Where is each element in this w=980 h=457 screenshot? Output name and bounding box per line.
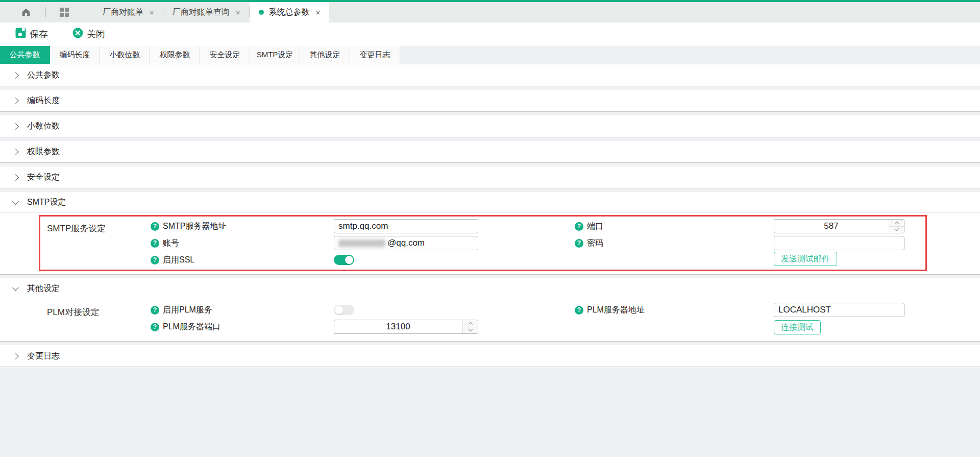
plm-enable-label: ? 启用PLM服务: [151, 303, 212, 317]
smtp-password-input[interactable]: [774, 236, 904, 250]
tab-common-params[interactable]: 公共参数: [0, 46, 50, 64]
chevron-down-icon: [12, 198, 19, 205]
spinner-down-button[interactable]: [463, 327, 478, 334]
close-tab-icon[interactable]: ×: [150, 9, 154, 16]
save-button[interactable]: 保存: [15, 28, 48, 41]
close-label: 关闭: [87, 28, 105, 40]
smtp-password-label: ? 密码: [575, 236, 603, 250]
smtp-server-input[interactable]: [334, 219, 478, 233]
smtp-ssl-label: ? 启用SSL: [151, 253, 194, 267]
help-icon[interactable]: ?: [151, 256, 159, 264]
tab-change-log[interactable]: 变更日志: [350, 46, 400, 64]
plm-port-label: ? PLM服务器端口: [151, 320, 220, 334]
plm-enable-toggle[interactable]: [334, 305, 354, 315]
tab-decimal-places[interactable]: 小数位数: [100, 46, 150, 64]
chevron-right-icon: [12, 98, 19, 104]
app-window: 厂商对账单 × 厂商对账单查询 × 系统总参数 ×: [0, 0, 980, 457]
smtp-port-input[interactable]: [774, 220, 888, 233]
spinner-up-button[interactable]: [463, 320, 478, 327]
smtp-server-label: ? SMTP服务器地址: [151, 219, 226, 233]
home-icon[interactable]: [20, 7, 32, 18]
chevron-up-icon: [468, 322, 472, 326]
tab-permission-params[interactable]: 权限参数: [150, 46, 200, 64]
section-header-common-params[interactable]: 公共参数: [0, 64, 980, 86]
section-header-code-length[interactable]: 编码长度: [0, 90, 980, 112]
titlebar-divider: [45, 7, 46, 17]
window-tabs: 厂商对账单 × 厂商对账单查询 × 系统总参数 ×: [93, 2, 329, 22]
spinner-up-button[interactable]: [889, 220, 904, 227]
smtp-port-label: ? 端口: [575, 219, 603, 233]
chevron-right-icon: [12, 353, 19, 359]
smtp-group-label: SMTP服务设定: [47, 221, 106, 235]
tab-code-length[interactable]: 编码长度: [50, 46, 100, 64]
chevron-right-icon: [12, 174, 19, 181]
chevron-up-icon: [894, 222, 898, 226]
section-header-security-settings[interactable]: 安全设定: [0, 166, 980, 188]
window-tab-statement-query[interactable]: 厂商对账单查询 ×: [163, 2, 250, 22]
plm-panel: PLM对接设定 ? 启用PLM服务 ? PLM服务器地址 ? PLM服务器端口: [0, 299, 980, 342]
save-icon: [15, 28, 26, 41]
window-tab-label: 厂商对账单: [103, 7, 143, 18]
plm-address-input[interactable]: [774, 303, 904, 317]
plm-port-stepper: [334, 320, 478, 334]
section-header-permission-params[interactable]: 权限参数: [0, 141, 980, 163]
window-tab-system-params[interactable]: 系统总参数 ×: [250, 2, 330, 22]
help-icon[interactable]: ?: [575, 239, 583, 248]
tab-security-settings[interactable]: 安全设定: [200, 46, 250, 64]
smtp-panel: SMTP服务设定 ? SMTP服务器地址 ? 端口 ? 账号: [0, 213, 980, 275]
apps-grid-icon[interactable]: [60, 8, 69, 17]
chevron-down-icon: [12, 284, 19, 291]
close-tab-icon[interactable]: ×: [236, 9, 240, 16]
section-header-smtp-settings[interactable]: SMTP设定: [0, 192, 980, 213]
save-label: 保存: [30, 28, 48, 40]
help-icon[interactable]: ?: [151, 239, 159, 248]
section-header-other-settings[interactable]: 其他设定: [0, 278, 980, 299]
window-tab-label: 厂商对账单查询: [173, 7, 230, 18]
smtp-account-label: ? 账号: [151, 236, 179, 250]
toolbar: 保存 关闭: [0, 22, 980, 46]
help-icon[interactable]: ?: [575, 306, 583, 315]
window-tab-label: 系统总参数: [269, 7, 310, 18]
chevron-down-icon: [468, 327, 472, 331]
section-header-decimal-places[interactable]: 小数位数: [0, 115, 980, 137]
chevron-down-icon: [894, 227, 898, 231]
send-test-mail-button[interactable]: 发送测试邮件: [774, 252, 837, 266]
help-icon[interactable]: ?: [151, 222, 159, 231]
ssl-toggle[interactable]: [334, 255, 354, 265]
redacted-account-prefix: [338, 239, 385, 247]
tab-smtp-settings[interactable]: SMTP设定: [250, 46, 300, 64]
connection-test-button[interactable]: 连接测试: [774, 320, 821, 334]
settings-body: 公共参数 编码长度 小数位数 权限参数 安全设定 SMTP设定: [0, 64, 980, 367]
plm-port-input[interactable]: [334, 320, 462, 333]
spinner-down-button[interactable]: [889, 227, 904, 233]
smtp-port-stepper: [774, 219, 904, 233]
plm-group-label: PLM对接设定: [47, 305, 100, 319]
chevron-right-icon: [12, 149, 19, 155]
close-circle-icon: [72, 28, 83, 41]
empty-background: [0, 367, 980, 457]
parameter-tab-strip: 公共参数 编码长度 小数位数 权限参数 安全设定 SMTP设定 其他设定 变更日…: [0, 46, 980, 64]
help-icon[interactable]: ?: [575, 222, 583, 231]
active-tab-dot-icon: [259, 10, 264, 15]
help-icon[interactable]: ?: [151, 306, 159, 315]
smtp-account-input[interactable]: @qq.com: [334, 236, 478, 250]
help-icon[interactable]: ?: [151, 323, 159, 331]
close-button[interactable]: 关闭: [72, 28, 105, 41]
window-tab-bar: 厂商对账单 × 厂商对账单查询 × 系统总参数 ×: [0, 2, 980, 22]
window-tab-statement[interactable]: 厂商对账单 ×: [93, 2, 163, 22]
section-header-change-log[interactable]: 变更日志: [0, 345, 980, 367]
tab-other-settings[interactable]: 其他设定: [300, 46, 350, 64]
plm-address-label: ? PLM服务器地址: [575, 303, 645, 317]
chevron-right-icon: [12, 72, 19, 79]
chevron-right-icon: [12, 123, 19, 130]
close-tab-icon[interactable]: ×: [316, 9, 321, 16]
